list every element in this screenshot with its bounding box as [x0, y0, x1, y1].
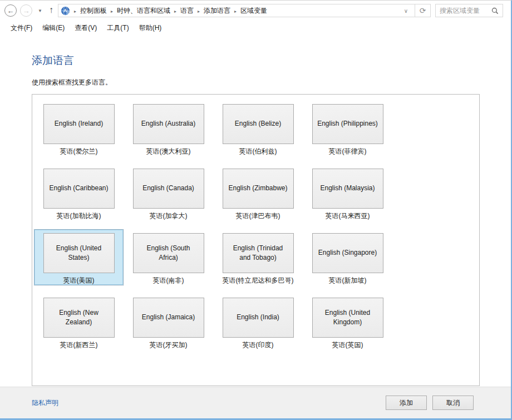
language-tile-label: English (India)	[237, 313, 279, 322]
language-tile[interactable]: English (India)	[223, 298, 294, 338]
language-item[interactable]: English (Australia)英语(澳大利亚)	[124, 100, 213, 165]
language-grid: English (Ireland)英语(爱尔兰)English (Austral…	[34, 100, 479, 358]
language-item-selected[interactable]: English (United States)英语(美国)	[34, 229, 124, 285]
language-tile-label: English (United States)	[48, 244, 110, 263]
forward-button[interactable]: →	[20, 4, 32, 17]
language-caption: 英语(英国)	[303, 340, 392, 350]
language-tile-label: English (South Africa)	[138, 244, 199, 263]
language-item[interactable]: English (Belize)英语(伯利兹)	[213, 100, 303, 165]
language-tile-label: English (Trinidad and Tobago)	[228, 244, 289, 263]
language-caption: 英语(新加坡)	[303, 276, 392, 285]
language-tile[interactable]: English (New Zealand)	[43, 298, 115, 338]
language-list-box: English (Ireland)英语(爱尔兰)English (Austral…	[32, 94, 480, 386]
language-tile-label: English (Canada)	[142, 184, 194, 193]
language-caption: 英语(新西兰)	[34, 340, 124, 350]
language-caption: 英语(津巴布韦)	[213, 211, 303, 221]
breadcrumb-separator-icon: ▸	[174, 9, 176, 14]
language-tile[interactable]: English (Australia)	[133, 104, 204, 144]
add-language-window: ← → ▼ ↑ A 字 ▸控制面板▸时钟、语言和区域▸语言▸添加语言▸区域变量 …	[0, 0, 512, 420]
language-tile[interactable]: English (Singapore)	[312, 233, 383, 273]
search-icon[interactable]	[491, 7, 499, 14]
search-input[interactable]	[436, 7, 490, 14]
breadcrumb-separator-icon: ▸	[111, 9, 113, 14]
language-caption: 英语(印度)	[213, 340, 303, 350]
cancel-button[interactable]: 取消	[432, 396, 474, 410]
svg-text:字: 字	[66, 10, 70, 14]
language-tile-label: English (New Zealand)	[48, 308, 110, 328]
menu-item[interactable]: 查看(V)	[70, 22, 102, 34]
menu-bar: 文件(F)编辑(E)查看(V)工具(T)帮助(H)	[0, 21, 511, 35]
page-title: 添加语言	[32, 53, 479, 68]
address-dropdown-icon[interactable]: ∨	[400, 8, 412, 14]
language-caption: 英语(牙买加)	[124, 340, 213, 350]
menu-item[interactable]: 工具(T)	[102, 22, 134, 34]
language-tile[interactable]: English (South Africa)	[133, 233, 204, 273]
language-caption: 英语(澳大利亚)	[124, 147, 213, 156]
add-button[interactable]: 添加	[386, 396, 427, 410]
language-item[interactable]: English (South Africa)英语(南非)	[124, 229, 213, 294]
language-tile[interactable]: English (Belize)	[223, 104, 294, 144]
language-tile[interactable]: English (Zimbabwe)	[223, 169, 294, 209]
breadcrumb: ▸控制面板▸时钟、语言和区域▸语言▸添加语言▸区域变量	[70, 6, 267, 16]
language-item[interactable]: English (Zimbabwe)英语(津巴布韦)	[213, 165, 303, 229]
main-content: 添加语言 使用搜索框查找更多语言。 English (Ireland)英语(爱尔…	[0, 53, 511, 386]
breadcrumb-item[interactable]: 区域变量	[240, 7, 267, 14]
menu-item[interactable]: 文件(F)	[6, 22, 37, 34]
menu-item[interactable]: 帮助(H)	[134, 22, 167, 34]
language-tile-label: English (Philippines)	[317, 119, 378, 129]
language-caption: 英语(爱尔兰)	[34, 147, 124, 156]
back-button[interactable]: ←	[4, 4, 17, 17]
language-caption: 英语(特立尼达和多巴哥)	[213, 276, 303, 285]
language-tile-label: English (Caribbean)	[49, 184, 108, 193]
language-caption: 英语(马来西亚)	[303, 211, 392, 221]
refresh-button[interactable]: ⟳	[415, 4, 431, 17]
language-tile[interactable]: English (Caribbean)	[43, 169, 115, 209]
language-item[interactable]: English (Jamaica)英语(牙买加)	[124, 294, 213, 358]
language-tile[interactable]: English (Canada)	[133, 169, 204, 209]
language-item[interactable]: English (Ireland)英语(爱尔兰)	[34, 100, 124, 165]
language-item[interactable]: English (Trinidad and Tobago)英语(特立尼达和多巴哥…	[213, 229, 303, 294]
language-item[interactable]: English (New Zealand)英语(新西兰)	[34, 294, 124, 358]
language-caption: 英语(菲律宾)	[303, 147, 392, 156]
language-control-panel-icon: A 字	[61, 6, 70, 16]
language-caption: 英语(加拿大)	[124, 211, 213, 221]
language-tile-label: English (Australia)	[141, 119, 195, 129]
breadcrumb-item[interactable]: 语言	[180, 7, 194, 14]
privacy-statement-link[interactable]: 隐私声明	[32, 398, 58, 408]
language-tile-label: English (Belize)	[235, 119, 281, 129]
breadcrumb-item[interactable]: 控制面板	[80, 7, 107, 14]
language-item[interactable]: English (Philippines)英语(菲律宾)	[303, 100, 392, 165]
menu-item[interactable]: 编辑(E)	[37, 22, 70, 34]
language-item[interactable]: English (India)英语(印度)	[213, 294, 303, 358]
language-item[interactable]: English (United Kingdom)英语(英国)	[303, 294, 392, 358]
search-box	[435, 4, 503, 17]
footer-bar: 隐私声明 添加 取消	[0, 387, 511, 418]
language-item[interactable]: English (Canada)英语(加拿大)	[124, 165, 213, 229]
language-item[interactable]: English (Caribbean)英语(加勒比海)	[34, 165, 124, 229]
language-tile[interactable]: English (Philippines)	[312, 104, 383, 144]
language-tile[interactable]: English (Ireland)	[43, 104, 115, 144]
language-item[interactable]: English (Malaysia)英语(马来西亚)	[303, 165, 392, 229]
language-caption: 英语(南非)	[124, 276, 213, 285]
breadcrumb-separator-icon: ▸	[234, 9, 237, 14]
language-tile-label: English (Zimbabwe)	[228, 184, 287, 193]
language-tile-label: English (Jamaica)	[142, 313, 195, 322]
language-tile[interactable]: English (United States)	[43, 233, 115, 273]
language-caption: 英语(美国)	[35, 276, 123, 285]
breadcrumb-item[interactable]: 添加语言	[204, 7, 230, 14]
up-button[interactable]: ↑	[49, 5, 53, 15]
page-subtitle: 使用搜索框查找更多语言。	[32, 78, 479, 87]
language-tile[interactable]: English (United Kingdom)	[312, 298, 383, 338]
navigation-toolbar: ← → ▼ ↑ A 字 ▸控制面板▸时钟、语言和区域▸语言▸添加语言▸区域变量 …	[0, 1, 511, 21]
language-tile[interactable]: English (Malaysia)	[312, 169, 383, 209]
breadcrumb-item[interactable]: 时钟、语言和区域	[117, 7, 170, 14]
language-item[interactable]: English (Singapore)英语(新加坡)	[303, 229, 392, 294]
language-tile[interactable]: English (Trinidad and Tobago)	[223, 233, 294, 273]
address-bar[interactable]: A 字 ▸控制面板▸时钟、语言和区域▸语言▸添加语言▸区域变量 ∨	[58, 4, 415, 17]
language-tile-label: English (Malaysia)	[320, 184, 375, 193]
language-tile[interactable]: English (Jamaica)	[133, 298, 204, 338]
language-tile-label: English (United Kingdom)	[317, 308, 378, 328]
history-dropdown-icon[interactable]: ▼	[38, 8, 42, 13]
language-tile-label: English (Ireland)	[55, 119, 103, 129]
language-tile-label: English (Singapore)	[318, 248, 377, 258]
